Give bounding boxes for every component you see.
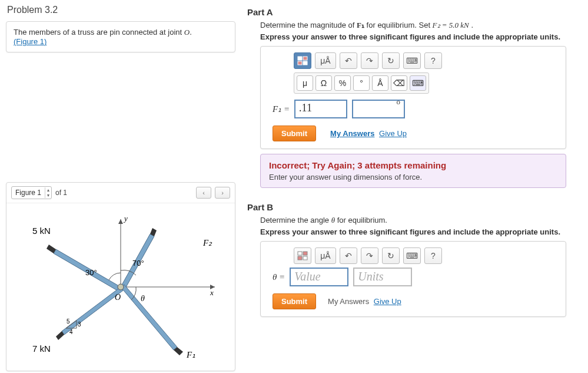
fig-angle-70: 70° [132,259,144,268]
part-a-give-up-link[interactable]: Give Up [379,129,407,138]
reset-button[interactable]: ↻ [382,52,400,69]
figure-step-up-icon[interactable]: ▴ [45,187,51,193]
part-a-prompt: Determine the magnitude of F₁ for equili… [260,21,582,30]
part-b-submit-button[interactable]: Submit [273,293,316,309]
part-a-prompt-post: . [469,21,473,29]
keyboard-button[interactable]: ⌨ [403,52,421,69]
fig-tri-3: 3 [78,321,81,328]
fig-angle-theta: θ [141,294,145,303]
part-a-prompt-var: F₁ [357,21,364,29]
part-a-symbol-row: μ Ω % ° Å ⌫ ⌨ [294,72,429,94]
figure-selector[interactable]: Figure 1 ▴ ▾ [11,186,52,199]
problem-statement-box: The members of a truss are pin connected… [6,21,235,52]
sym-mu[interactable]: μ [297,75,313,91]
part-a-title: Part A [247,7,582,17]
svg-marker-3 [118,219,123,224]
help-button[interactable]: ? [424,52,442,69]
part-a-value-input[interactable]: .11 [294,100,347,118]
part-b-title: Part B [247,202,582,212]
part-b-eq-label: θ = [273,272,285,282]
unit-superscript-o: o [397,97,401,107]
part-a-my-answers-link[interactable]: My Answers [330,129,374,138]
figure-prev-button[interactable]: ‹ [196,187,211,199]
svg-rect-18 [303,252,307,255]
part-b-prompt: Determine the angle θ for equilibrium. [260,216,582,225]
svg-marker-5 [62,287,123,335]
sym-omega[interactable]: Ω [315,75,332,91]
problem-statement-var: O [184,28,190,37]
units-button-b[interactable]: μÅ [315,247,336,264]
fig-yaxis: y [123,214,128,223]
figure-panel: Figure 1 ▴ ▾ of 1 ‹ › [6,182,235,371]
fig-label-f1: F₁ [186,350,195,359]
problem-title: Problem 3.2 [7,5,235,15]
sym-percent[interactable]: % [334,75,351,91]
feedback-text: Enter your answer using dimensions of fo… [269,173,557,181]
part-b-answer-box: μÅ ↶ ↷ ↻ ⌨ ? θ = Value Units Submit My A… [260,241,566,317]
fig-tri-5: 5 [67,318,70,325]
svg-rect-14 [303,57,307,60]
svg-rect-17 [298,252,302,255]
svg-point-12 [118,284,124,290]
units-button[interactable]: μÅ [315,52,336,69]
part-a-submit-button[interactable]: Submit [273,126,316,141]
svg-marker-7 [121,285,177,350]
help-button-b[interactable]: ? [424,247,442,264]
fig-label-5kn: 5 kN [32,226,51,236]
undo-button[interactable]: ↶ [340,52,357,69]
svg-rect-19 [298,256,302,260]
part-b-instruction: Express your answer to three significant… [260,227,582,236]
part-b-toolbar: μÅ ↶ ↷ ↻ ⌨ ? [294,247,559,264]
fig-angle-30: 30° [85,268,97,277]
part-b-give-up-link[interactable]: Give Up [374,297,401,306]
fig-xaxis: x [210,288,214,297]
part-a-eq-label: F₁ = [273,104,290,114]
fig-label-7kn: 7 kN [32,344,51,354]
part-a-instruction: Express your answer to three significant… [260,32,582,41]
keyboard-button-b[interactable]: ⌨ [403,247,421,264]
part-b-prompt-pre: Determine the angle [260,216,331,225]
redo-button[interactable]: ↷ [361,52,378,69]
feedback-title: Incorrect; Try Again; 3 attempts remaini… [269,160,557,170]
figure-step-down-icon[interactable]: ▾ [45,193,51,198]
templates-button-b[interactable] [294,247,311,264]
sym-degree[interactable]: ° [353,75,370,91]
figure-selector-label: Figure 1 [12,189,45,197]
part-a-unit-input[interactable]: o [352,100,405,118]
part-a-toolbar: μÅ ↶ ↷ ↻ ⌨ ? [294,52,559,69]
undo-button-b[interactable]: ↶ [340,247,357,264]
sym-backspace-icon[interactable]: ⌫ [391,75,407,91]
fig-origin: O [115,293,121,302]
part-b-value-input[interactable]: Value [290,268,348,286]
svg-rect-15 [298,61,302,65]
problem-statement-post: . [190,28,192,37]
templates-button[interactable] [294,52,311,69]
sym-angstrom[interactable]: Å [372,75,388,91]
part-b-unit-input[interactable]: Units [353,268,412,286]
figure-of-text: of 1 [55,189,67,197]
problem-statement-pre: The members of a truss are pin connected… [14,28,184,37]
part-a-prompt-mid: for equilibrium. Set [364,21,433,29]
part-a-answer-box: μÅ ↶ ↷ ↻ ⌨ ? μ Ω % ° Å ⌫ ⌨ F₁ = .11 o [260,46,566,149]
part-a-feedback: Incorrect; Try Again; 3 attempts remaini… [260,154,566,188]
part-a-prompt-set: F₂ = 5.0 kN [433,21,469,29]
part-a-prompt-pre: Determine the magnitude of [260,21,357,29]
fig-tri-4: 4 [69,329,73,335]
part-b-prompt-post: for equilibrium. [335,216,387,225]
svg-rect-16 [303,61,307,65]
fig-label-f2: F₂ [202,238,212,247]
svg-rect-20 [303,256,307,260]
sym-keyboard-icon[interactable]: ⌨ [410,75,426,91]
part-b-my-answers-text: My Answers [328,297,369,306]
redo-button-b[interactable]: ↷ [361,247,378,264]
truss-diagram: 5 kN 7 kN F₁ F₂ 30° 70° θ O x y 5 3 4 [21,210,221,364]
figure-link[interactable]: (Figure 1) [14,37,46,46]
figure-next-button[interactable]: › [215,187,230,199]
reset-button-b[interactable]: ↻ [382,247,400,264]
svg-rect-13 [298,57,302,60]
